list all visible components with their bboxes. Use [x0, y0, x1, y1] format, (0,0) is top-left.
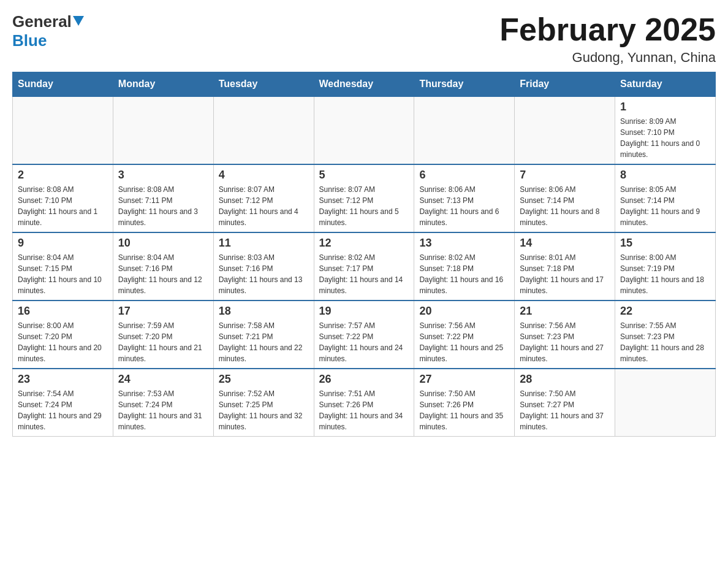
day-number: 21	[520, 305, 610, 318]
day-info: Sunrise: 8:08 AMSunset: 7:11 PMDaylight:…	[118, 184, 208, 228]
calendar-title: February 2025	[499, 12, 716, 47]
day-of-week-monday: Monday	[113, 72, 213, 97]
calendar-cell	[13, 96, 113, 164]
calendar-cell: 7Sunrise: 8:06 AMSunset: 7:14 PMDaylight…	[515, 164, 615, 232]
day-number: 5	[319, 169, 409, 182]
day-number: 20	[419, 305, 509, 318]
calendar-cell: 23Sunrise: 7:54 AMSunset: 7:24 PMDayligh…	[13, 369, 113, 437]
calendar-cell: 8Sunrise: 8:05 AMSunset: 7:14 PMDaylight…	[615, 164, 716, 232]
day-info: Sunrise: 8:01 AMSunset: 7:18 PMDaylight:…	[520, 252, 610, 296]
day-number: 16	[18, 305, 108, 318]
day-info: Sunrise: 7:55 AMSunset: 7:23 PMDaylight:…	[620, 320, 710, 364]
calendar-subtitle: Gudong, Yunnan, China	[499, 50, 716, 66]
day-of-week-thursday: Thursday	[414, 72, 515, 97]
day-info: Sunrise: 8:03 AMSunset: 7:16 PMDaylight:…	[219, 252, 309, 296]
calendar-cell: 1Sunrise: 8:09 AMSunset: 7:10 PMDaylight…	[615, 96, 716, 164]
logo-general-text: General	[12, 12, 72, 31]
day-number: 19	[319, 305, 409, 318]
day-info: Sunrise: 7:54 AMSunset: 7:24 PMDaylight:…	[18, 388, 108, 432]
title-block: February 2025 Gudong, Yunnan, China	[499, 12, 716, 66]
day-info: Sunrise: 7:56 AMSunset: 7:23 PMDaylight:…	[520, 320, 610, 364]
day-info: Sunrise: 8:02 AMSunset: 7:17 PMDaylight:…	[319, 252, 409, 296]
day-number: 12	[319, 237, 409, 250]
day-info: Sunrise: 7:59 AMSunset: 7:20 PMDaylight:…	[118, 320, 208, 364]
day-number: 3	[118, 169, 208, 182]
day-of-week-sunday: Sunday	[13, 72, 113, 97]
day-of-week-wednesday: Wednesday	[314, 72, 414, 97]
day-number: 8	[620, 169, 710, 182]
calendar-cell	[314, 96, 414, 164]
calendar-cell: 19Sunrise: 7:57 AMSunset: 7:22 PMDayligh…	[314, 301, 414, 369]
day-number: 13	[419, 237, 509, 250]
day-number: 22	[620, 305, 710, 318]
logo-triangle-icon	[73, 16, 84, 26]
calendar-cell: 20Sunrise: 7:56 AMSunset: 7:22 PMDayligh…	[414, 301, 515, 369]
calendar-cell: 5Sunrise: 8:07 AMSunset: 7:12 PMDaylight…	[314, 164, 414, 232]
calendar-cell	[414, 96, 515, 164]
calendar-cell	[515, 96, 615, 164]
day-number: 24	[118, 373, 208, 386]
day-number: 14	[520, 237, 610, 250]
calendar-cell: 28Sunrise: 7:50 AMSunset: 7:27 PMDayligh…	[515, 369, 615, 437]
calendar-cell: 13Sunrise: 8:02 AMSunset: 7:18 PMDayligh…	[414, 232, 515, 301]
calendar-cell: 3Sunrise: 8:08 AMSunset: 7:11 PMDaylight…	[113, 164, 213, 232]
day-info: Sunrise: 8:09 AMSunset: 7:10 PMDaylight:…	[620, 116, 710, 160]
day-info: Sunrise: 8:04 AMSunset: 7:15 PMDaylight:…	[18, 252, 108, 296]
day-number: 11	[219, 237, 309, 250]
day-number: 1	[620, 101, 710, 113]
calendar-week-row: 23Sunrise: 7:54 AMSunset: 7:24 PMDayligh…	[13, 369, 716, 437]
calendar-cell: 22Sunrise: 7:55 AMSunset: 7:23 PMDayligh…	[615, 301, 716, 369]
calendar-cell: 27Sunrise: 7:50 AMSunset: 7:26 PMDayligh…	[414, 369, 515, 437]
day-info: Sunrise: 8:00 AMSunset: 7:20 PMDaylight:…	[18, 320, 108, 364]
calendar-header-row: SundayMondayTuesdayWednesdayThursdayFrid…	[13, 72, 716, 97]
calendar-cell: 4Sunrise: 8:07 AMSunset: 7:12 PMDaylight…	[213, 164, 314, 232]
day-number: 10	[118, 237, 208, 250]
calendar-cell: 12Sunrise: 8:02 AMSunset: 7:17 PMDayligh…	[314, 232, 414, 301]
calendar-cell	[615, 369, 716, 437]
calendar-cell: 2Sunrise: 8:08 AMSunset: 7:10 PMDaylight…	[13, 164, 113, 232]
calendar-cell: 15Sunrise: 8:00 AMSunset: 7:19 PMDayligh…	[615, 232, 716, 301]
calendar-cell: 24Sunrise: 7:53 AMSunset: 7:24 PMDayligh…	[113, 369, 213, 437]
calendar-cell: 10Sunrise: 8:04 AMSunset: 7:16 PMDayligh…	[113, 232, 213, 301]
calendar-week-row: 9Sunrise: 8:04 AMSunset: 7:15 PMDaylight…	[13, 232, 716, 301]
calendar-cell: 17Sunrise: 7:59 AMSunset: 7:20 PMDayligh…	[113, 301, 213, 369]
day-info: Sunrise: 7:56 AMSunset: 7:22 PMDaylight:…	[419, 320, 509, 364]
day-info: Sunrise: 8:05 AMSunset: 7:14 PMDaylight:…	[620, 184, 710, 228]
day-number: 23	[18, 373, 108, 386]
day-number: 17	[118, 305, 208, 318]
calendar-table: SundayMondayTuesdayWednesdayThursdayFrid…	[12, 72, 716, 437]
svg-marker-0	[73, 16, 84, 26]
calendar-week-row: 1Sunrise: 8:09 AMSunset: 7:10 PMDaylight…	[13, 96, 716, 164]
calendar-cell: 6Sunrise: 8:06 AMSunset: 7:13 PMDaylight…	[414, 164, 515, 232]
logo-blue-text: Blue	[12, 31, 47, 50]
day-info: Sunrise: 8:07 AMSunset: 7:12 PMDaylight:…	[219, 184, 309, 228]
day-number: 15	[620, 237, 710, 250]
day-info: Sunrise: 8:02 AMSunset: 7:18 PMDaylight:…	[419, 252, 509, 296]
day-info: Sunrise: 7:52 AMSunset: 7:25 PMDaylight:…	[219, 388, 309, 432]
day-number: 2	[18, 169, 108, 182]
day-number: 18	[219, 305, 309, 318]
day-number: 25	[219, 373, 309, 386]
day-info: Sunrise: 8:00 AMSunset: 7:19 PMDaylight:…	[620, 252, 710, 296]
day-info: Sunrise: 7:57 AMSunset: 7:22 PMDaylight:…	[319, 320, 409, 364]
calendar-cell: 26Sunrise: 7:51 AMSunset: 7:26 PMDayligh…	[314, 369, 414, 437]
calendar-cell: 21Sunrise: 7:56 AMSunset: 7:23 PMDayligh…	[515, 301, 615, 369]
calendar-week-row: 16Sunrise: 8:00 AMSunset: 7:20 PMDayligh…	[13, 301, 716, 369]
day-info: Sunrise: 7:50 AMSunset: 7:27 PMDaylight:…	[520, 388, 610, 432]
day-number: 27	[419, 373, 509, 386]
calendar-week-row: 2Sunrise: 8:08 AMSunset: 7:10 PMDaylight…	[13, 164, 716, 232]
calendar-cell	[213, 96, 314, 164]
day-info: Sunrise: 8:06 AMSunset: 7:13 PMDaylight:…	[419, 184, 509, 228]
day-number: 4	[219, 169, 309, 182]
day-info: Sunrise: 8:08 AMSunset: 7:10 PMDaylight:…	[18, 184, 108, 228]
day-of-week-friday: Friday	[515, 72, 615, 97]
day-of-week-saturday: Saturday	[615, 72, 716, 97]
day-info: Sunrise: 7:50 AMSunset: 7:26 PMDaylight:…	[419, 388, 509, 432]
day-number: 28	[520, 373, 610, 386]
calendar-cell: 16Sunrise: 8:00 AMSunset: 7:20 PMDayligh…	[13, 301, 113, 369]
day-info: Sunrise: 8:04 AMSunset: 7:16 PMDaylight:…	[118, 252, 208, 296]
calendar-cell: 18Sunrise: 7:58 AMSunset: 7:21 PMDayligh…	[213, 301, 314, 369]
day-number: 6	[419, 169, 509, 182]
calendar-cell	[113, 96, 213, 164]
day-info: Sunrise: 7:51 AMSunset: 7:26 PMDaylight:…	[319, 388, 409, 432]
